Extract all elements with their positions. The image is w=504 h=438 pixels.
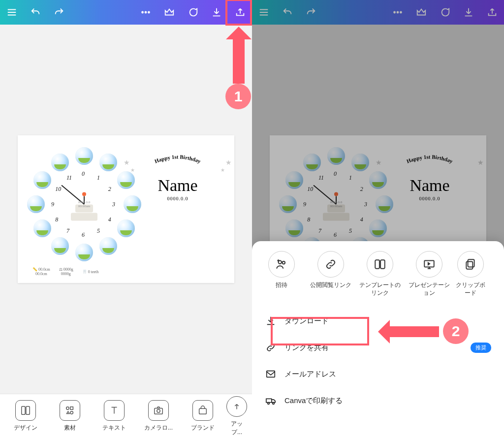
svg-text:Happy 1st Birthday: Happy 1st Birthday [406,154,454,164]
svg-rect-7 [70,407,73,410]
svg-point-26 [273,403,275,405]
topbar [0,0,252,25]
design-card[interactable]: 0000.0.000:00am 01234567891011 ★ ★ ★ ★ H… [18,135,234,283]
svg-point-13 [397,12,399,13]
nav-text[interactable]: テキスト [94,400,135,432]
share-icon[interactable] [484,4,500,20]
svg-text:Happy 1st Birthday: Happy 1st Birthday [154,154,202,164]
svg-point-1 [145,12,147,13]
menu-icon[interactable] [4,4,20,20]
svg-point-2 [148,12,150,13]
svg-rect-22 [466,262,472,269]
list-print[interactable]: Canvaで印刷する [252,387,504,414]
svg-point-8 [70,411,73,414]
action-template-link[interactable]: テンプレートのリンク [357,251,403,297]
svg-point-17 [283,261,285,264]
action-clipboard[interactable]: クリップボード [456,251,485,297]
svg-rect-5 [26,407,30,415]
link-icon [265,342,277,353]
screen-left: 0000.0.000:00am 01234567891011 ★ ★ ★ ★ H… [0,0,252,438]
share-sheet: 招待 公開閲覧リンク テンプレートのリンク プレゼンテーション クリップボード … [252,241,504,438]
nav-brand[interactable]: ブランド [182,400,223,432]
list-download[interactable]: ダウンロード [252,308,504,334]
more-icon[interactable] [138,4,154,20]
svg-point-0 [142,12,143,13]
more-icon[interactable] [390,4,406,20]
svg-rect-18 [375,260,379,268]
nav-upload[interactable]: アップ... [226,396,247,437]
comment-icon[interactable] [185,4,201,20]
truck-icon [265,395,277,406]
redo-icon[interactable] [51,4,67,20]
recommended-badge: 推奨 [471,343,491,353]
footer-measures: 📏 00.0cm 00.0cm ⚖ 0000g 0000g 🦷 0 teeth [32,267,98,276]
nav-camera-roll[interactable]: カメラロ... [138,400,179,432]
list-email[interactable]: メールアドレス [252,361,504,387]
svg-point-10 [157,409,160,412]
svg-rect-21 [468,259,474,267]
undo-icon[interactable] [280,4,295,20]
photo-clock: 0000.0.000:00am 01234567891011 [30,150,138,258]
menu-icon[interactable] [256,4,272,20]
svg-rect-11 [199,408,207,414]
svg-point-12 [394,12,395,13]
svg-point-6 [66,407,69,410]
list-share-link[interactable]: リンクを共有 推奨 [252,334,504,361]
title-block: ★ ★ ★ ★ Happy 1st Birthday Name 0000.0.0 [138,153,217,201]
email-icon [265,369,277,379]
bottom-nav: デザイン 素材 テキスト カメラロ... ブランド アップ... [0,394,252,438]
canvas-area[interactable]: 0000.0.000:00am 01234567891011 ★ ★ ★ ★ H… [0,25,252,394]
svg-rect-4 [22,407,25,415]
redo-icon[interactable] [303,4,319,20]
share-actions-row: 招待 公開閲覧リンク テンプレートのリンク プレゼンテーション クリップボード [252,251,504,297]
nav-elements[interactable]: 素材 [49,400,91,432]
svg-point-14 [400,12,402,13]
crown-icon[interactable] [413,4,429,20]
nav-design[interactable]: デザイン [5,400,46,432]
screen-right: 0000.0.000:00am 01234567891011 ★ ★ Happy… [252,0,504,438]
action-presentation[interactable]: プレゼンテーション [407,251,452,297]
share-icon[interactable] [232,4,248,20]
share-list: ダウンロード リンクを共有 推奨 メールアドレス Canvaで印刷する [252,308,504,414]
svg-rect-19 [380,260,385,268]
svg-rect-23 [267,371,275,377]
crown-icon[interactable] [161,4,177,20]
action-invite[interactable]: 招待 [259,251,304,297]
undo-icon[interactable] [28,4,43,20]
action-public-link[interactable]: 公開閲覧リンク [308,251,353,297]
svg-point-25 [268,403,270,405]
svg-rect-24 [266,399,272,403]
name-text: Name [138,176,217,195]
download-icon[interactable] [461,4,476,20]
download-icon[interactable] [209,4,224,20]
date-text: 0000.0.0 [138,196,217,201]
download-icon [265,315,277,326]
comment-icon[interactable] [437,4,453,20]
topbar [252,0,504,25]
